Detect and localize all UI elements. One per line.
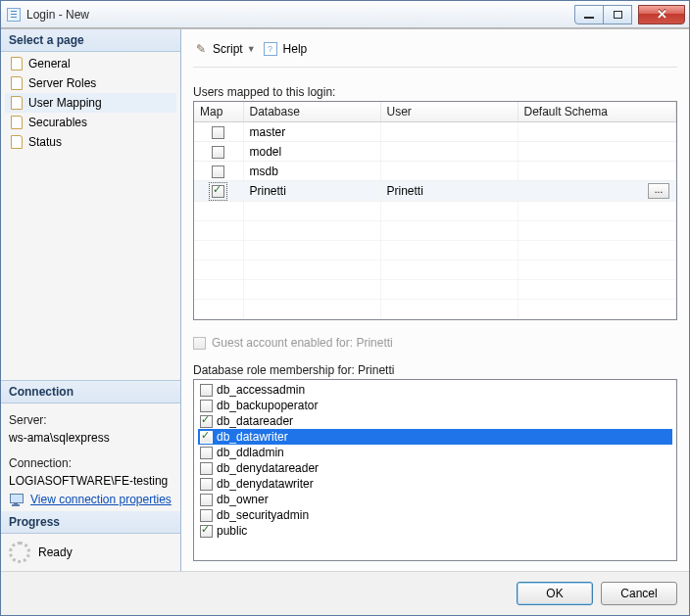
- user-cell: [380, 142, 518, 162]
- role-label: db_backupoperator: [217, 399, 318, 412]
- role-item-db_accessadmin[interactable]: db_accessadmin: [198, 382, 672, 398]
- role-label: public: [217, 524, 247, 538]
- user-cell: [380, 122, 518, 142]
- connection-value: LOGIASOFTWARE\FE-testing: [9, 472, 172, 490]
- user-cell: [380, 162, 518, 181]
- sidebar-item-server-roles[interactable]: Server Roles: [5, 73, 176, 93]
- maximize-button[interactable]: [603, 5, 632, 24]
- sidebar-item-general[interactable]: General: [5, 54, 176, 73]
- titlebar[interactable]: Login - New ✕: [1, 1, 689, 28]
- sidebar-item-label: Status: [28, 135, 62, 149]
- table-row[interactable]: PrinettiPrinetti...: [194, 181, 676, 202]
- script-icon: [193, 41, 209, 57]
- role-checkbox[interactable]: [200, 462, 213, 475]
- sidebar-item-label: Securables: [28, 116, 87, 129]
- table-row-empty: [194, 221, 676, 241]
- role-checkbox[interactable]: [200, 494, 213, 506]
- sidebar-item-label: User Mapping: [28, 96, 102, 110]
- role-label: db_denydatareader: [217, 461, 319, 475]
- role-checkbox[interactable]: [200, 415, 213, 428]
- close-button[interactable]: ✕: [638, 5, 685, 24]
- page-nav: GeneralServer RolesUser MappingSecurable…: [1, 52, 180, 154]
- database-cell: model: [243, 142, 380, 162]
- role-item-db_datareader[interactable]: db_datareader: [198, 413, 672, 429]
- table-row-empty: [194, 300, 676, 319]
- role-checkbox[interactable]: [200, 384, 213, 397]
- help-icon: ?: [264, 42, 277, 56]
- users-mapped-label: Users mapped to this login:: [193, 85, 677, 99]
- page-icon: [9, 75, 25, 91]
- progress-header: Progress: [1, 511, 180, 534]
- col-database[interactable]: Database: [243, 102, 380, 122]
- sidebar-item-status[interactable]: Status: [5, 132, 176, 152]
- col-schema[interactable]: Default Schema: [518, 102, 676, 122]
- progress-spinner-icon: [9, 542, 30, 563]
- role-item-db_datawriter[interactable]: db_datawriter: [198, 429, 672, 445]
- role-label: db_datawriter: [217, 430, 288, 444]
- roles-label: Database role membership for: Prinetti: [193, 363, 677, 377]
- content-pane: Script ▼ ? Help Users mapped to this log…: [181, 29, 689, 571]
- toolbar: Script ▼ ? Help: [193, 39, 677, 68]
- col-user[interactable]: User: [380, 102, 518, 122]
- script-button[interactable]: Script ▼: [193, 41, 256, 57]
- role-label: db_datareader: [217, 414, 293, 428]
- role-item-public[interactable]: public: [198, 523, 672, 539]
- role-item-db_denydatawriter[interactable]: db_denydatawriter: [198, 476, 672, 492]
- role-checkbox[interactable]: [200, 478, 213, 491]
- role-label: db_ddladmin: [217, 446, 284, 459]
- database-cell: msdb: [243, 162, 380, 181]
- select-page-header: Select a page: [1, 29, 180, 52]
- cancel-button[interactable]: Cancel: [601, 582, 677, 605]
- connection-header: Connection: [1, 381, 180, 403]
- sidebar-item-securables[interactable]: Securables: [5, 113, 176, 132]
- role-item-db_backupoperator[interactable]: db_backupoperator: [198, 398, 672, 413]
- map-checkbox[interactable]: [212, 146, 224, 159]
- progress-state: Ready: [38, 545, 73, 559]
- role-item-db_securityadmin[interactable]: db_securityadmin: [198, 507, 672, 523]
- page-icon: [9, 95, 25, 111]
- table-row[interactable]: msdb: [194, 162, 676, 181]
- users-mapped-table[interactable]: Map Database User Default Schema masterm…: [193, 101, 677, 320]
- help-button[interactable]: ? Help: [264, 42, 308, 56]
- sidebar: Select a page GeneralServer RolesUser Ma…: [1, 29, 181, 571]
- database-cell: master: [243, 122, 380, 142]
- role-label: db_owner: [217, 493, 269, 506]
- guest-account-label: Guest account enabled for: Prinetti: [212, 336, 393, 350]
- role-item-db_owner[interactable]: db_owner: [198, 492, 672, 507]
- table-row-empty: [194, 261, 676, 280]
- view-connection-properties-link[interactable]: View connection properties: [30, 491, 172, 508]
- window-title: Login - New: [26, 8, 89, 22]
- map-checkbox[interactable]: [212, 126, 224, 139]
- browse-schema-button[interactable]: ...: [648, 183, 669, 199]
- app-icon: [7, 8, 21, 22]
- table-row-empty: [194, 280, 676, 300]
- map-checkbox[interactable]: [212, 166, 224, 178]
- role-label: db_securityadmin: [217, 508, 309, 522]
- col-map[interactable]: Map: [194, 102, 243, 122]
- table-row-empty: [194, 202, 676, 221]
- role-checkbox[interactable]: [200, 525, 213, 538]
- guest-account-checkbox: Guest account enabled for: Prinetti: [193, 336, 677, 350]
- role-checkbox[interactable]: [200, 509, 213, 522]
- checkbox-icon: [193, 337, 206, 350]
- server-value: ws-ama\sqlexpress: [9, 429, 172, 447]
- role-checkbox[interactable]: [200, 447, 213, 459]
- roles-list[interactable]: db_accessadmindb_backupoperatordb_datare…: [193, 379, 677, 561]
- script-label: Script: [213, 42, 243, 56]
- sidebar-item-label: General: [28, 57, 71, 71]
- table-row[interactable]: model: [194, 142, 676, 162]
- window-buttons: ✕: [575, 5, 685, 24]
- sidebar-item-user-mapping[interactable]: User Mapping: [5, 93, 176, 113]
- map-checkbox[interactable]: [212, 185, 224, 198]
- page-icon: [9, 115, 25, 130]
- database-cell: Prinetti: [243, 181, 380, 202]
- role-item-db_ddladmin[interactable]: db_ddladmin: [198, 445, 672, 460]
- dialog-footer: OK Cancel: [1, 571, 689, 615]
- minimize-button[interactable]: [574, 5, 604, 24]
- role-item-db_denydatareader[interactable]: db_denydatareader: [198, 460, 672, 476]
- role-checkbox[interactable]: [200, 400, 213, 412]
- role-checkbox[interactable]: [200, 431, 213, 444]
- ok-button[interactable]: OK: [517, 582, 593, 605]
- table-row[interactable]: master: [194, 122, 676, 142]
- table-row-empty: [194, 241, 676, 261]
